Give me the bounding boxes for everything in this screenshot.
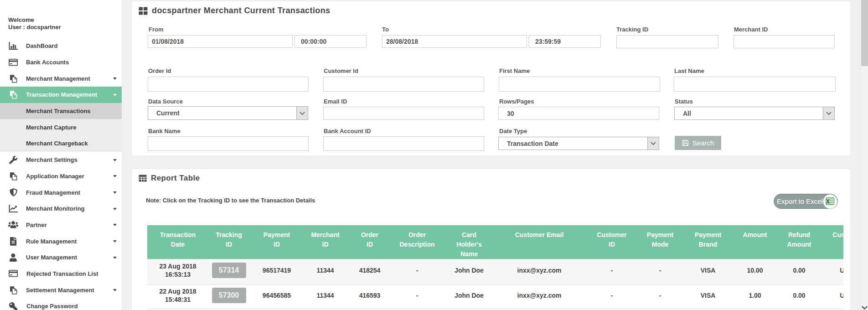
last-name-label: Last Name [674,67,704,74]
first-name-label: First Name [499,67,530,74]
sidebar-item-merchant-settings[interactable]: Merchant Settings [0,152,122,168]
from-time-input[interactable] [294,35,367,48]
welcome-text: Welcome [8,16,61,24]
caret-down-icon [113,289,117,291]
column-header-customer-id: Customer ID [582,225,642,259]
column-header-card-holder-s-name: Card Holder's Name [441,225,497,259]
search-button[interactable]: Search [675,136,721,150]
cell-payment-brand: VISA [678,259,738,285]
scrollbar-thumb[interactable] [861,0,868,66]
date-type-select[interactable]: Transaction Date [498,137,659,150]
cell-payment-id: 96517419 [249,259,304,285]
sidebar-item-fraud-management[interactable]: Fraud Management [0,184,122,201]
sidebar-item-bank-accounts[interactable]: Bank Accounts [0,54,122,71]
sidebar-subitem-label: Merchant Chargeback [26,140,88,147]
column-header-currency: Currency [826,225,843,259]
to-date-input[interactable] [382,35,527,48]
caret-down-icon [113,78,117,80]
cell-customer-id: - [582,259,642,285]
cell-amount: 1.00 [738,285,772,309]
cell-refund-amount: 0.00 [772,259,826,285]
report-table: Transaction DateTracking IDPayment IDMer… [147,225,843,309]
chevron-down-icon [296,107,308,119]
sidebar-subitem-merchant-capture[interactable]: Merchant Capture [0,119,122,135]
copy-icon [8,74,18,83]
email-id-input[interactable] [323,107,484,120]
column-header-merchant-id: Merchant ID [304,225,346,259]
sidebar-item-label: Merchant Settings [26,156,78,163]
sidebar-item-merchant-management[interactable]: Merchant Management [0,70,122,87]
caret-down-icon [113,240,117,243]
bank-name-input[interactable] [148,136,309,151]
last-name-input[interactable] [674,77,836,92]
customer-id-input[interactable] [323,77,484,92]
date-type-value: Transaction Date [499,140,558,147]
report-table-body: 23 Aug 2018 16:53:1357314965174191134441… [147,259,843,309]
table-icon [139,174,147,182]
export-label: Export to Excel [774,197,823,205]
sidebar-item-partner[interactable]: Partner [0,217,122,233]
merchant-id-input[interactable] [734,35,835,48]
sidebar-item-transaction-management[interactable]: Transaction Management [0,87,122,103]
cell-payment-mode: - [642,285,678,309]
sidebar-item-label: Change Password [26,303,78,310]
cell-payment-id: 96456585 [249,285,304,309]
cell-tracking-id: 57300 [208,285,249,309]
to-label: To [382,26,389,33]
welcome-block: Welcome User : docspartner [8,16,61,31]
from-date-input[interactable] [148,35,293,48]
first-name-input[interactable] [499,77,660,92]
sidebar-item-application-manager[interactable]: Application Manager [0,168,122,185]
note-text: Note: Click on the Tracking ID to see th… [146,197,315,204]
table-row: 22 Aug 2018 15:48:3157300964565851134441… [147,285,843,309]
sidebar-item-dashboard[interactable]: DashBoard [0,38,122,54]
tracking-id-label: Tracking ID [616,26,648,33]
order-id-input[interactable] [148,77,309,92]
grid-icon [139,6,148,16]
scrollbar[interactable] [860,0,868,310]
sidebar-item-settlement-management[interactable]: Settlement Management [0,282,122,298]
chevron-down-icon[interactable] [861,304,868,310]
cell-amount: 10.00 [738,259,772,285]
page-title: docspartner Merchant Current Transaction… [152,6,331,16]
tracking-id-input[interactable] [616,35,718,48]
sidebar-item-rule-management[interactable]: Rule Management [0,233,122,249]
caret-down-icon [113,257,117,259]
rows-pages-input[interactable] [498,107,659,120]
export-to-excel-button[interactable]: Export to Excel [774,194,838,209]
chevron-down-icon [647,137,659,150]
caret-down-icon [113,191,117,194]
sidebar-item-change-password[interactable]: Change Password [0,298,122,310]
tracking-id-button[interactable]: 57314 [212,263,246,278]
sidebar-item-rejected-transaction-list[interactable]: Rejected Transaction List [0,266,122,282]
sidebar-item-label: Merchant Monitoring [26,205,85,212]
sidebar-item-label: Transaction Management [26,91,97,98]
status-select[interactable]: All [674,107,835,120]
sidebar-subitem-label: Merchant Transactions [26,108,91,114]
chevron-down-icon [823,107,834,119]
bank-account-id-label: Bank Account ID [324,128,371,134]
sidebar-item-user-management[interactable]: User Management [0,249,122,266]
cell-merchant-id: 11344 [304,259,346,285]
report-table-head: Transaction DateTracking IDPayment IDMer… [147,225,843,259]
users-icon [8,220,18,229]
sidebar-subitem-label: Merchant Capture [26,124,77,131]
sidebar-subitem-merchant-chargeback[interactable]: Merchant Chargeback [0,135,122,152]
column-header-order-description: Order Description [393,225,441,259]
cell-refund-amount: 0.00 [772,285,826,309]
data-source-select[interactable]: Current [148,106,308,120]
caret-down-icon [113,159,117,161]
bank-account-id-input[interactable] [323,136,484,151]
sidebar-item-merchant-monitoring[interactable]: Merchant Monitoring [0,201,122,217]
sidebar-item-label: Partner [26,222,47,228]
sidebar-item-label: Rejected Transaction List [26,270,98,277]
sidebar-subitem-merchant-transactions[interactable]: Merchant Transactions [0,103,122,119]
cell-transaction-date: 22 Aug 2018 15:48:31 [147,285,208,309]
tracking-id-button[interactable]: 57300 [212,288,246,303]
cell-order-id: 418254 [346,259,393,285]
search-button-label: Search [692,139,714,147]
wrench-icon [8,155,18,165]
column-header-payment-id: Payment ID [249,225,304,259]
chart-bar-icon [8,41,18,51]
to-time-input[interactable] [529,35,601,48]
